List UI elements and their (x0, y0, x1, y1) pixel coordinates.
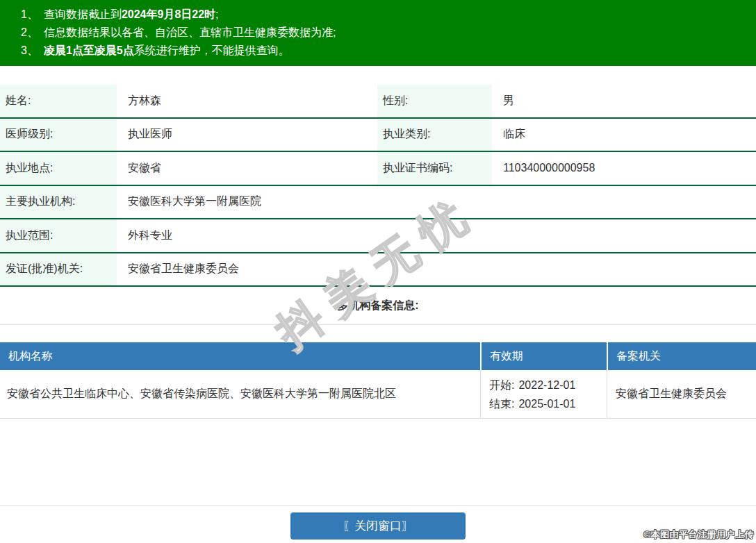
field-value-doctor-level: 执业医师 (117, 119, 377, 151)
notice-text-tail: ; (215, 8, 218, 20)
notice-line-1: 1、查询数据截止到2024年9月8日22时; (21, 6, 749, 24)
field-label-certificate-number: 执业证书编码: (377, 152, 492, 185)
multi-institution-section-title: 多机构备案信息: (0, 287, 756, 325)
table-row: 医师级别: 执业医师 执业类别: 临床 (0, 119, 756, 153)
table-row: 执业范围: 外科专业 (0, 219, 756, 253)
field-value-name: 方林森 (117, 85, 377, 117)
cell-institution-names: 安徽省公共卫生临床中心、安徽省传染病医院、安徽医科大学第一附属医院北区 (0, 370, 480, 418)
field-label-practice-scope: 执业范围: (0, 219, 117, 252)
field-label-practice-location: 执业地点: (0, 152, 117, 185)
notice-text-bold: 2024年9月8日22时 (122, 8, 215, 20)
notice-number: 1、 (21, 8, 38, 20)
table-row: 姓名: 方林森 性别: 男 (0, 85, 756, 119)
notice-text-bold: 凌晨1点至凌晨5点 (44, 44, 134, 56)
validity-end-label: 结束: (489, 398, 514, 410)
field-value-practice-scope: 外科专业 (117, 219, 756, 252)
record-table-header: 机构名称 有效期 备案机关 (0, 342, 756, 370)
practitioner-details-table: 姓名: 方林森 性别: 男 医师级别: 执业医师 执业类别: 临床 执业地点: … (0, 85, 756, 287)
field-value-gender: 男 (492, 85, 756, 117)
notice-text: 信息数据结果以各省、自治区、直辖市卫生健康委数据为准; (44, 26, 336, 38)
field-label-doctor-level: 医师级别: (0, 119, 117, 151)
field-label-gender: 性别: (377, 85, 492, 117)
validity-end: 结束:2025-01-01 (489, 394, 607, 413)
multi-institution-record-table: 机构名称 有效期 备案机关 安徽省公共卫生临床中心、安徽省传染病医院、安徽医科大… (0, 342, 756, 419)
cell-record-authority: 安徽省卫生健康委员会 (607, 370, 756, 418)
column-header-institution-name: 机构名称 (0, 342, 480, 370)
notice-line-2: 2、信息数据结果以各省、自治区、直辖市卫生健康委数据为准; (21, 24, 749, 42)
table-row: 主要执业机构: 安徽医科大学第一附属医院 (0, 186, 756, 220)
field-label-practice-category: 执业类别: (377, 119, 492, 151)
table-row: 执业地点: 安徽省 执业证书编码: 110340000000958 (0, 152, 756, 186)
field-label-name: 姓名: (0, 85, 117, 117)
field-label-main-institution: 主要执业机构: (0, 186, 117, 219)
field-value-practice-category: 临床 (492, 119, 756, 151)
field-value-practice-location: 安徽省 (117, 152, 377, 185)
validity-start: 开始:2022-12-01 (489, 376, 607, 394)
notice-text-tail: 系统进行维护，不能提供查询。 (134, 44, 290, 56)
close-window-button[interactable]: 〖关闭窗口〗 (290, 512, 466, 540)
field-value-issuing-authority: 安徽省卫生健康委员会 (117, 253, 756, 286)
validity-end-date: 2025-01-01 (518, 398, 575, 410)
notice-text: 查询数据截止到 (44, 8, 122, 20)
credit-watermark: ©本图由平台注册用户上传 (643, 528, 754, 541)
validity-start-date: 2022-12-01 (518, 379, 575, 391)
notice-number: 3、 (21, 44, 38, 56)
field-value-main-institution: 安徽医科大学第一附属医院 (117, 186, 756, 219)
footer-divider (0, 506, 756, 506)
notice-number: 2、 (21, 26, 38, 38)
table-row: 发证(批准)机关: 安徽省卫生健康委员会 (0, 253, 756, 287)
notice-line-3: 3、凌晨1点至凌晨5点系统进行维护，不能提供查询。 (21, 42, 749, 60)
cell-validity-period: 开始:2022-12-01 结束:2025-01-01 (480, 370, 607, 418)
column-header-record-authority: 备案机关 (607, 342, 756, 370)
table-row: 安徽省公共卫生临床中心、安徽省传染病医院、安徽医科大学第一附属医院北区 开始:2… (0, 370, 756, 419)
column-header-validity-period: 有效期 (480, 342, 607, 370)
validity-start-label: 开始: (489, 379, 514, 391)
notice-banner: 1、查询数据截止到2024年9月8日22时; 2、信息数据结果以各省、自治区、直… (0, 0, 756, 66)
field-label-issuing-authority: 发证(批准)机关: (0, 253, 117, 286)
field-value-certificate-number: 110340000000958 (492, 152, 756, 185)
